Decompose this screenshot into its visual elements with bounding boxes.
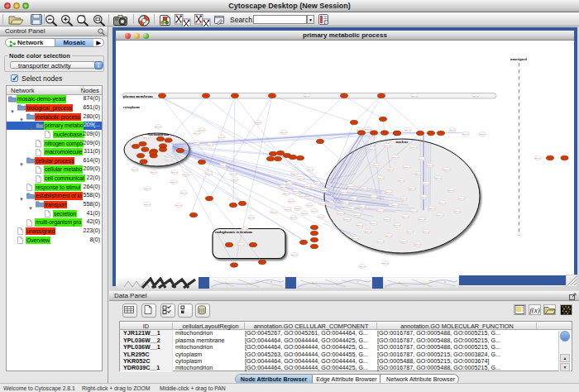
svg-text:(abc1-p): (abc1-p) [354,214,361,216]
svg-text:cytoplasm: cytoplasm [123,105,140,109]
svg-text:(abc1-p): (abc1-p) [458,198,465,199]
svg-text:(abc1-p): (abc1-p) [409,188,415,189]
svg-text:(abc1-p): (abc1-p) [371,222,377,224]
svg-text:(abc1-p): (abc1-p) [218,136,225,138]
svg-text:(abc1-p): (abc1-p) [449,129,456,131]
svg-text:(abc1-p): (abc1-p) [420,196,427,198]
svg-text:(abc1-p): (abc1-p) [144,203,151,205]
svg-text:(abc1-p): (abc1-p) [286,183,293,184]
svg-text:(abc1-p): (abc1-p) [369,148,376,150]
svg-text:(abc1-p): (abc1-p) [170,181,177,183]
svg-text:(abc1-p): (abc1-p) [283,193,290,194]
svg-text:(abc1-p): (abc1-p) [311,210,318,212]
svg-text:(abc1-p): (abc1-p) [144,188,151,189]
svg-text:(abc1-p): (abc1-p) [404,166,410,168]
svg-text:(abc1-p): (abc1-p) [410,210,417,212]
svg-text:(abc1-p): (abc1-p) [307,169,313,170]
svg-text:(abc1-p): (abc1-p) [342,202,349,203]
svg-text:(abc1-p): (abc1-p) [143,136,150,138]
svg-text:(abc1-p): (abc1-p) [382,262,389,264]
svg-text:(abc1-p): (abc1-p) [183,174,189,175]
svg-text:(abc1-p): (abc1-p) [462,133,469,135]
svg-text:(abc1-p): (abc1-p) [371,196,377,198]
svg-text:(abc1-p): (abc1-p) [348,208,355,209]
svg-text:(abc1-p): (abc1-p) [242,228,248,230]
svg-text:(abc1-p): (abc1-p) [298,178,304,179]
svg-text:(abc1-p): (abc1-p) [318,216,324,218]
svg-text:(abc1-p): (abc1-p) [414,243,421,245]
svg-text:(abc1-p): (abc1-p) [194,132,200,134]
svg-text:(abc1-p): (abc1-p) [423,231,429,232]
svg-text:(abc1-p): (abc1-p) [394,224,400,226]
svg-text:(abc1-p): (abc1-p) [419,218,425,220]
svg-text:(abc1-p): (abc1-p) [534,157,541,159]
svg-text:(abc1-p): (abc1-p) [344,218,351,220]
svg-text:(abc1-p): (abc1-p) [359,206,366,208]
svg-text:(abc1-p): (abc1-p) [194,141,200,143]
svg-text:(abc1-p): (abc1-p) [206,173,213,174]
svg-text:(abc1-p): (abc1-p) [407,231,414,232]
svg-text:(abc1-p): (abc1-p) [207,144,213,146]
svg-text:(abc1-p): (abc1-p) [387,169,394,170]
svg-text:(abc1-p): (abc1-p) [400,241,407,242]
svg-text:(abc1-p): (abc1-p) [301,213,308,214]
svg-text:(abc1-p): (abc1-p) [472,95,479,97]
svg-text:(abc1-p): (abc1-p) [351,198,357,199]
svg-text:(abc1-p): (abc1-p) [280,131,287,133]
svg-text:(abc1-p): (abc1-p) [270,211,277,213]
svg-text:(abc1-p): (abc1-p) [454,210,461,212]
svg-text:(abc1-p): (abc1-p) [404,129,411,131]
svg-text:(abc1-p): (abc1-p) [337,213,344,214]
svg-text:(abc1-p): (abc1-p) [443,169,450,170]
svg-text:(abc1-p): (abc1-p) [151,171,157,173]
svg-text:(abc1-p): (abc1-p) [392,204,399,206]
svg-text:(abc1-p): (abc1-p) [314,183,321,184]
svg-text:(abc1-p): (abc1-p) [199,129,205,131]
svg-text:(abc1-p): (abc1-p) [414,173,421,174]
svg-text:(abc1-p): (abc1-p) [171,171,178,173]
svg-text:(abc1-p): (abc1-p) [290,217,297,218]
svg-text:nucleus: nucleus [396,140,409,144]
svg-text:(abc1-p): (abc1-p) [365,128,371,130]
svg-text:(abc1-p): (abc1-p) [291,254,298,256]
svg-text:(abc1-p): (abc1-p) [299,195,306,197]
svg-text:(abc1-p): (abc1-p) [427,165,433,166]
svg-text:(abc1-p): (abc1-p) [306,204,313,206]
svg-text:(abc1-p): (abc1-p) [410,146,417,148]
svg-text:(abc1-p): (abc1-p) [359,265,366,267]
svg-text:(abc1-p): (abc1-p) [180,192,187,194]
svg-text:(abc1-p): (abc1-p) [220,165,227,166]
svg-text:(abc1-p): (abc1-p) [385,235,392,237]
svg-text:(abc1-p): (abc1-p) [288,200,294,202]
svg-text:(abc1-p): (abc1-p) [341,191,347,193]
svg-text:(abc1-p): (abc1-p) [384,218,390,220]
svg-text:(abc1-p): (abc1-p) [294,208,301,209]
svg-text:(abc1-p): (abc1-p) [319,203,326,204]
svg-text:(abc1-p): (abc1-p) [411,95,418,97]
svg-text:f(x): f(x) [529,306,540,314]
svg-text:(abc1-p): (abc1-p) [439,202,446,203]
svg-text:(abc1-p): (abc1-p) [304,95,310,97]
svg-text:(abc1-p): (abc1-p) [230,173,237,174]
svg-text:(abc1-p): (abc1-p) [428,208,435,209]
svg-text:(abc1-p): (abc1-p) [437,214,443,216]
svg-text:(abc1-p): (abc1-p) [377,241,384,242]
svg-text:unassigned: unassigned [510,57,527,61]
svg-text:(abc1-p): (abc1-p) [361,188,367,189]
svg-text:(abc1-p): (abc1-p) [402,216,409,218]
svg-text:(abc1-p): (abc1-p) [447,189,454,191]
svg-text:(abc1-p): (abc1-p) [419,158,425,160]
svg-text:(abc1-p): (abc1-p) [165,159,172,160]
svg-text:(abc1-p): (abc1-p) [304,185,311,187]
svg-text:(abc1-p): (abc1-p) [385,191,392,193]
svg-text:(abc1-p): (abc1-p) [352,237,359,239]
svg-text:(abc1-p): (abc1-p) [384,145,390,146]
svg-text:(abc1-p): (abc1-p) [308,198,314,199]
svg-text:plasma membrane: plasma membrane [123,94,153,98]
svg-text:(abc1-p): (abc1-p) [435,177,442,179]
svg-text:(abc1-p): (abc1-p) [356,224,363,226]
svg-text:(abc1-p): (abc1-p) [255,122,261,123]
svg-text:(abc1-p): (abc1-p) [293,190,299,192]
svg-text:(abc1-p): (abc1-p) [423,183,429,184]
svg-text:(abc1-p): (abc1-p) [365,231,371,232]
